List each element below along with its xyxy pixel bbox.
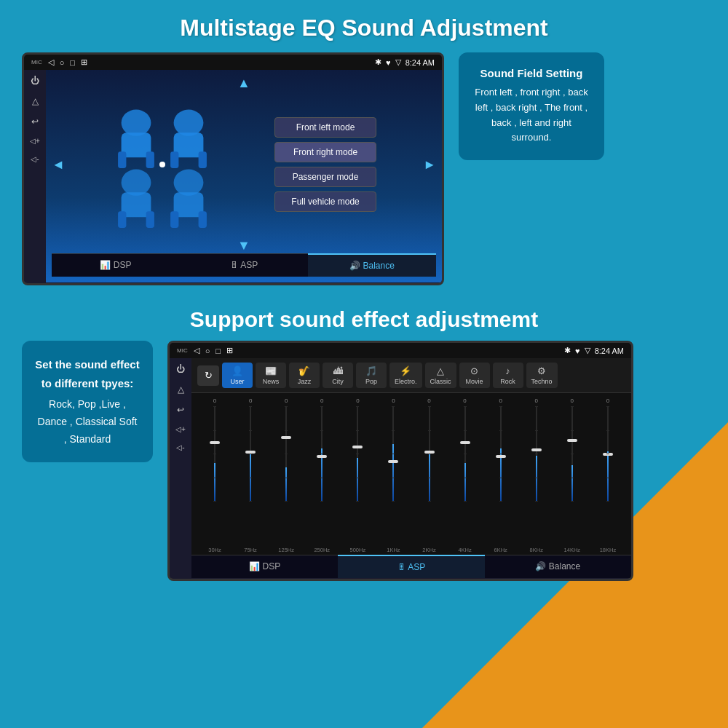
eq-col-75Hz[interactable]: 0 bbox=[233, 397, 268, 545]
dsp-tab-top[interactable]: 📊 DSP bbox=[52, 253, 180, 277]
svg-point-8 bbox=[122, 170, 151, 196]
svg-rect-15 bbox=[199, 211, 207, 228]
freq-label-250Hz: 250Hz bbox=[304, 547, 339, 553]
freq-label-4KHz: 4KHz bbox=[448, 547, 483, 553]
screen-body-bottom: ⏻ △ ↩ ◁+ ◁- ↻ 👤 User bbox=[170, 358, 631, 578]
preset-classic[interactable]: △ Classic bbox=[425, 363, 456, 388]
eq-col-6KHz[interactable]: 0 bbox=[483, 397, 518, 545]
preset-city[interactable]: 🏙 City bbox=[323, 363, 353, 388]
eq-top-val-8KHz: 0 bbox=[535, 397, 538, 404]
front-right-mode-btn[interactable]: Front right mode bbox=[274, 142, 376, 162]
movie-icon: ⊙ bbox=[470, 365, 478, 376]
jazz-icon: 🎷 bbox=[298, 365, 310, 376]
preset-pop[interactable]: 🎵 Pop bbox=[356, 363, 387, 388]
front-left-mode-btn[interactable]: Front left mode bbox=[274, 117, 376, 138]
eq-col-18KHz[interactable]: 0 bbox=[590, 397, 625, 545]
refresh-btn[interactable]: ↻ bbox=[197, 365, 219, 386]
preset-electro[interactable]: ⚡ Electro. bbox=[389, 363, 422, 388]
arrow-left[interactable]: ◄ bbox=[52, 157, 65, 173]
balance-icon-b: 🔊 bbox=[535, 561, 546, 571]
eq-col-250Hz[interactable]: 0 bbox=[304, 397, 339, 545]
arrow-up[interactable]: ▲ bbox=[237, 76, 250, 91]
status-left: MIC ◁ ○ □ ⊞ bbox=[31, 58, 87, 67]
section2-title: Support sound effect adjustmemt bbox=[22, 307, 706, 332]
back-icon: ◁ bbox=[48, 58, 54, 67]
preset-movie[interactable]: ⊙ Movie bbox=[459, 363, 490, 388]
jazz-label: Jazz bbox=[298, 378, 312, 385]
eq-col-1KHz[interactable]: 0 bbox=[376, 397, 411, 545]
vol-up-icon[interactable]: ◁+ bbox=[30, 137, 40, 145]
eq-col-4KHz[interactable]: 0 bbox=[448, 397, 483, 545]
eq-middle: ◄ bbox=[52, 91, 436, 238]
home-nav-icon[interactable]: △ bbox=[32, 96, 39, 106]
set-sound-title: Set the sound effect to different tpyes: bbox=[35, 355, 140, 392]
power-icon[interactable]: ⏻ bbox=[31, 76, 39, 86]
eq-col-30Hz[interactable]: 0 bbox=[197, 397, 232, 545]
bottom-tabs-bottom: 📊 DSP 🎚 ASP 🔊 Balance bbox=[191, 555, 631, 578]
eq-col-8KHz[interactable]: 0 bbox=[519, 397, 554, 545]
recents-icon: □ bbox=[70, 58, 75, 67]
freq-labels-row: 30Hz75Hz125Hz250Hz500Hz1KHz2KHz4KHz6KHz8… bbox=[191, 547, 631, 555]
asp-tab-bottom[interactable]: 🎚 ASP bbox=[338, 555, 484, 578]
preset-jazz[interactable]: 🎷 Jazz bbox=[289, 363, 320, 388]
news-icon: 📰 bbox=[265, 365, 277, 376]
svg-point-0 bbox=[122, 110, 151, 136]
rock-icon: ♪ bbox=[505, 365, 510, 376]
power-icon-b[interactable]: ⏻ bbox=[176, 364, 185, 374]
time-display: 8:24 AM bbox=[405, 58, 435, 67]
location-icon: ♥ bbox=[386, 58, 391, 67]
seat-rl bbox=[111, 166, 161, 215]
car-seats bbox=[111, 106, 228, 223]
preset-news[interactable]: 📰 News bbox=[256, 363, 286, 388]
seat-rr bbox=[164, 166, 213, 215]
eq-top-val-75Hz: 0 bbox=[249, 397, 252, 404]
svg-point-4 bbox=[174, 110, 204, 136]
eq-col-500Hz[interactable]: 0 bbox=[340, 397, 375, 545]
preset-techno[interactable]: ⚙ Techno bbox=[526, 363, 558, 388]
screen-body-top: ⏻ △ ↩ ◁+ ◁- ▲ ◄ bbox=[24, 70, 442, 282]
svg-rect-10 bbox=[118, 211, 126, 228]
dsp-icon: 📊 bbox=[100, 260, 111, 270]
sound-field-desc: Front left , front right , back left , b… bbox=[472, 85, 591, 146]
eq-col-2KHz[interactable]: 0 bbox=[411, 397, 446, 545]
vol-up-icon-b[interactable]: ◁+ bbox=[175, 425, 186, 433]
recents-icon-b: □ bbox=[215, 347, 221, 355]
vol-down-icon[interactable]: ◁- bbox=[31, 155, 39, 163]
passenger-mode-btn[interactable]: Passenger mode bbox=[274, 167, 376, 187]
user-icon: 👤 bbox=[232, 365, 243, 376]
eq-top-val-6KHz: 0 bbox=[499, 397, 502, 404]
eq-col-125Hz[interactable]: 0 bbox=[269, 397, 304, 545]
vol-down-icon-b[interactable]: ◁- bbox=[176, 443, 184, 451]
bluetooth-icon: ✱ bbox=[375, 58, 381, 67]
main-content: Multistage EQ Sound Adjustment MIC ◁ ○ □… bbox=[0, 0, 728, 596]
status-right-b: ✱ ♥ ▽ 8:24 AM bbox=[564, 346, 624, 355]
eq-top-val-30Hz: 0 bbox=[213, 397, 216, 404]
freq-label-18KHz: 18KHz bbox=[590, 547, 625, 553]
balance-icon: 🔊 bbox=[349, 261, 360, 271]
balance-tab-bottom[interactable]: 🔊 Balance bbox=[485, 555, 631, 578]
back-nav-icon[interactable]: ↩ bbox=[31, 116, 39, 127]
mode-buttons: Front left mode Front right mode Passeng… bbox=[274, 117, 376, 212]
dsp-tab-bottom[interactable]: 📊 DSP bbox=[191, 555, 338, 578]
wifi-icon-b: ▽ bbox=[585, 346, 590, 355]
eq-col-14KHz[interactable]: 0 bbox=[555, 397, 590, 545]
eq-top-val-14KHz: 0 bbox=[571, 397, 574, 404]
preset-bar: ↻ 👤 User 📰 News 🎷 Jazz bbox=[191, 358, 631, 393]
arrow-down[interactable]: ▼ bbox=[237, 238, 250, 253]
full-vehicle-mode-btn[interactable]: Full vehicle mode bbox=[274, 191, 376, 212]
eq-content-top: ▲ ◄ bbox=[46, 70, 442, 282]
preset-rock[interactable]: ♪ Rock bbox=[493, 363, 523, 388]
asp-tab-top[interactable]: 🎚 ASP bbox=[180, 253, 308, 277]
home-nav-icon-b[interactable]: △ bbox=[178, 384, 184, 395]
back-nav-icon-b[interactable]: ↩ bbox=[177, 405, 184, 415]
arrow-right[interactable]: ► bbox=[423, 157, 436, 173]
asp-icon-b: 🎚 bbox=[397, 562, 406, 572]
city-icon: 🏙 bbox=[333, 365, 343, 376]
preset-user[interactable]: 👤 User bbox=[222, 363, 253, 388]
balance-tab-top[interactable]: 🔊 Balance bbox=[308, 253, 436, 277]
home-icon: ○ bbox=[60, 58, 65, 67]
seat-fr bbox=[164, 106, 213, 156]
time-display-b: 8:24 AM bbox=[595, 347, 624, 355]
freq-label-2KHz: 2KHz bbox=[411, 547, 446, 553]
side-nav-bottom: ⏻ △ ↩ ◁+ ◁- bbox=[170, 358, 191, 578]
